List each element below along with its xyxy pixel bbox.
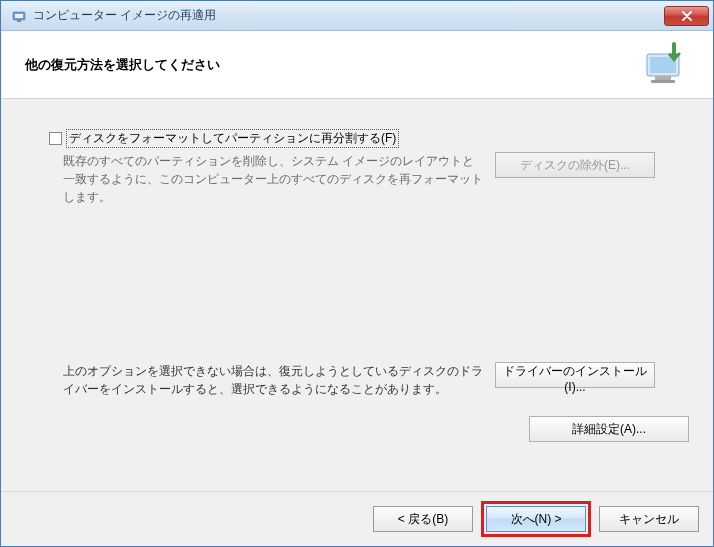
close-icon — [682, 11, 692, 21]
window-title: コンピューター イメージの再適用 — [33, 7, 664, 24]
svg-rect-1 — [15, 14, 23, 18]
format-option-row: ディスクをフォーマットしてパーティションに再分割する(F) — [25, 129, 689, 148]
format-desc-row: 既存のすべてのパーティションを削除し、システム イメージのレイアウトと一致するよ… — [25, 152, 689, 206]
close-button[interactable] — [664, 6, 709, 26]
format-description: 既存のすべてのパーティションを削除し、システム イメージのレイアウトと一致するよ… — [63, 152, 483, 206]
svg-rect-6 — [651, 80, 675, 83]
footer: < 戻る(B) 次へ(N) > キャンセル — [1, 491, 713, 546]
lower-section: 上のオプションを選択できない場合は、復元しようとしているディスクのドライバーをイ… — [25, 362, 689, 442]
driver-row: 上のオプションを選択できない場合は、復元しようとしているディスクのドライバーをイ… — [25, 362, 689, 398]
next-highlight: 次へ(N) > — [481, 501, 591, 537]
format-checkbox-label[interactable]: ディスクをフォーマットしてパーティションに再分割する(F) — [66, 129, 399, 148]
header-icon — [639, 40, 689, 90]
header: 他の復元方法を選択してください — [1, 31, 713, 99]
titlebar: コンピューター イメージの再適用 — [1, 1, 713, 31]
svg-rect-5 — [655, 76, 671, 80]
driver-description: 上のオプションを選択できない場合は、復元しようとしているディスクのドライバーをイ… — [63, 362, 483, 398]
advanced-settings-button[interactable]: 詳細設定(A)... — [529, 416, 689, 442]
page-title: 他の復元方法を選択してください — [25, 56, 639, 74]
back-button[interactable]: < 戻る(B) — [373, 506, 473, 532]
format-checkbox[interactable] — [49, 132, 62, 145]
next-button[interactable]: 次へ(N) > — [486, 506, 586, 532]
content-area: ディスクをフォーマットしてパーティションに再分割する(F) 既存のすべてのパーテ… — [1, 99, 713, 491]
advanced-row: 詳細設定(A)... — [25, 416, 689, 442]
cancel-button[interactable]: キャンセル — [599, 506, 699, 532]
install-drivers-button[interactable]: ドライバーのインストール(I)... — [495, 362, 655, 388]
svg-rect-2 — [17, 20, 21, 22]
exclude-disks-button: ディスクの除外(E)... — [495, 152, 655, 178]
window-frame: コンピューター イメージの再適用 他の復元方法を選択してください — [0, 0, 714, 547]
app-icon — [11, 8, 27, 24]
